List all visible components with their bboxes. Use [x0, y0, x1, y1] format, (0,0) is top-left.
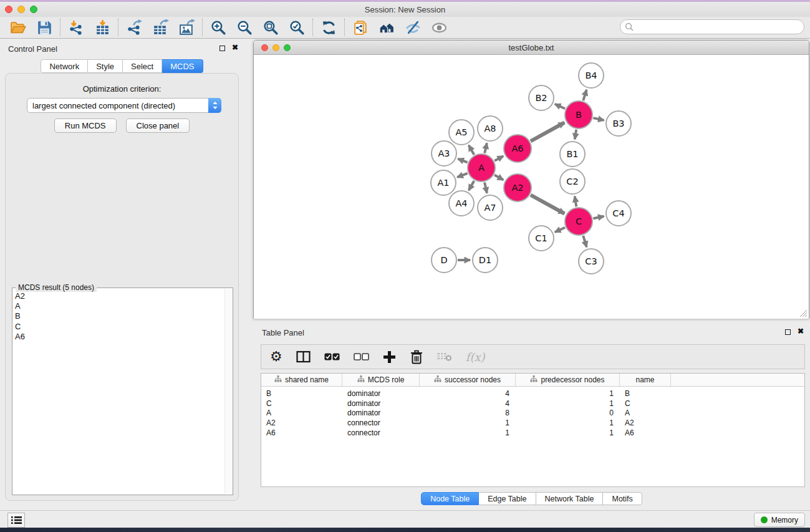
table-cell[interactable]: connector: [342, 428, 420, 437]
table-cell[interactable]: dominator: [342, 399, 420, 408]
scrollbar-track[interactable]: [224, 289, 233, 494]
table-cell[interactable]: dominator: [342, 389, 420, 398]
float-table-panel-icon[interactable]: [785, 329, 791, 335]
tab-edge-table[interactable]: Edge Table: [479, 492, 536, 505]
table-cell[interactable]: B: [620, 389, 671, 398]
tab-style[interactable]: Style: [88, 59, 123, 73]
table-cell[interactable]: 1: [516, 428, 620, 437]
zoom-fit-icon[interactable]: [258, 18, 284, 37]
table-cell[interactable]: 1: [420, 418, 516, 427]
tab-motifs[interactable]: Motifs: [603, 492, 642, 505]
network-canvas[interactable]: B4B2BB3A8A5A6B1A3AC2A1A2A4A7C4CC1C3DD1: [254, 55, 809, 319]
settings-gear-icon[interactable]: ⚙: [270, 351, 282, 363]
table-cell[interactable]: connector: [342, 418, 420, 427]
graph-edge-A-A4[interactable]: [469, 181, 475, 190]
two-houses-icon[interactable]: [374, 18, 400, 37]
zoom-out-icon[interactable]: [231, 18, 258, 37]
export-image-icon[interactable]: [173, 18, 200, 37]
table-cell[interactable]: A2: [261, 418, 342, 427]
table-cell[interactable]: 8: [420, 409, 516, 417]
export-network-icon[interactable]: [121, 18, 147, 37]
column-header-successor-nodes[interactable]: successor nodes: [420, 374, 516, 386]
graph-edge-C-C3[interactable]: [583, 236, 587, 247]
run-mcds-button[interactable]: Run MCDS: [54, 118, 117, 133]
table-cell[interactable]: 1: [420, 428, 516, 437]
split-columns-icon[interactable]: [296, 351, 311, 363]
tab-network-table[interactable]: Network Table: [536, 492, 604, 505]
table-cell[interactable]: A6: [261, 428, 342, 437]
network-window-titlebar[interactable]: testGlobe.txt: [254, 41, 809, 55]
close-panel-button[interactable]: Close panel: [126, 118, 190, 133]
task-history-button[interactable]: [7, 513, 25, 528]
graph-edge-A-A8[interactable]: [485, 143, 487, 153]
export-table-icon[interactable]: [147, 18, 173, 37]
search-box[interactable]: [620, 19, 804, 34]
float-panel-icon[interactable]: [219, 46, 225, 51]
graph-edge-B-B1[interactable]: [575, 130, 576, 140]
resize-grip-icon[interactable]: [799, 309, 808, 317]
table-row[interactable]: A6connector11A6: [261, 428, 804, 438]
graph-edge-A-A6[interactable]: [494, 156, 503, 160]
graph-edge-C-C4[interactable]: [594, 216, 604, 218]
zoom-in-icon[interactable]: [205, 18, 231, 37]
delete-table-icon[interactable]: [437, 352, 452, 362]
column-header-predecessor-nodes[interactable]: predecessor nodes: [516, 374, 620, 386]
open-file-icon[interactable]: [5, 18, 31, 37]
select-all-columns-icon[interactable]: [324, 353, 340, 360]
delete-column-trash-icon[interactable]: [410, 350, 423, 364]
zoom-selected-icon[interactable]: [284, 18, 310, 37]
criterion-dropdown[interactable]: largest connected component (directed): [27, 98, 221, 113]
column-header-name[interactable]: name: [620, 374, 671, 386]
mcds-result-item[interactable]: C: [15, 322, 224, 332]
table-cell[interactable]: C: [261, 399, 342, 408]
tab-network[interactable]: Network: [41, 59, 88, 73]
deselect-all-columns-icon[interactable]: [354, 353, 369, 360]
new-network-from-selection-icon[interactable]: [347, 18, 374, 37]
graph-edge-A-A7[interactable]: [485, 182, 487, 193]
table-row[interactable]: A2connector11A2: [261, 418, 804, 428]
tab-mcds[interactable]: MCDS: [162, 59, 203, 73]
tab-node-table[interactable]: Node Table: [421, 492, 479, 505]
table-row[interactable]: Bdominator41B: [261, 389, 804, 399]
graph-edge-B-B2[interactable]: [555, 104, 565, 109]
table-cell[interactable]: 4: [420, 389, 516, 398]
graph-edge-A-A5[interactable]: [469, 145, 475, 155]
table-cell[interactable]: 4: [420, 399, 516, 408]
tab-select[interactable]: Select: [123, 59, 162, 73]
graph-edge-B-B4[interactable]: [583, 90, 586, 100]
table-cell[interactable]: 1: [516, 399, 620, 408]
search-input[interactable]: [636, 22, 804, 31]
table-cell[interactable]: C: [620, 399, 671, 408]
table-cell[interactable]: B: [261, 389, 342, 398]
show-eye-icon[interactable]: [426, 18, 452, 37]
table-cell[interactable]: A: [620, 409, 671, 417]
table-row[interactable]: Cdominator41C: [261, 399, 804, 409]
mcds-result-item[interactable]: A2: [15, 291, 224, 301]
table-cell[interactable]: 1: [516, 418, 620, 427]
table-cell[interactable]: A2: [620, 418, 671, 427]
add-column-icon[interactable]: [383, 351, 396, 364]
refresh-layout-icon[interactable]: [316, 18, 342, 37]
table-row[interactable]: Adominator80A: [261, 408, 804, 418]
graph-edge-C-C2[interactable]: [575, 196, 577, 207]
table-cell[interactable]: A6: [620, 428, 671, 437]
graph-edge-A-A2[interactable]: [494, 175, 503, 180]
mcds-result-item[interactable]: A6: [15, 332, 224, 342]
graph-edge-A2-C[interactable]: [531, 195, 564, 214]
import-network-icon[interactable]: [63, 18, 89, 37]
mcds-result-item[interactable]: B: [15, 311, 224, 321]
graph-edge-A-A3[interactable]: [458, 159, 467, 163]
mcds-result-item[interactable]: A: [15, 301, 224, 311]
graph-edge-C-C1[interactable]: [555, 228, 565, 232]
graph-edge-B-B3[interactable]: [593, 118, 604, 120]
memory-button[interactable]: Memory: [754, 513, 805, 527]
table-cell[interactable]: dominator: [342, 409, 420, 417]
table-cell[interactable]: 0: [516, 409, 620, 417]
table-cell[interactable]: 1: [516, 389, 620, 398]
hide-selected-eye-icon[interactable]: [400, 18, 426, 37]
column-header-MCDS-role[interactable]: MCDS role: [342, 374, 420, 386]
function-builder-icon[interactable]: f(x): [466, 351, 485, 364]
graph-edge-A-A1[interactable]: [457, 173, 467, 177]
network-graph[interactable]: B4B2BB3A8A5A6B1A3AC2A1A2A4A7C4CC1C3DD1: [254, 55, 809, 319]
import-table-icon[interactable]: [89, 18, 115, 37]
